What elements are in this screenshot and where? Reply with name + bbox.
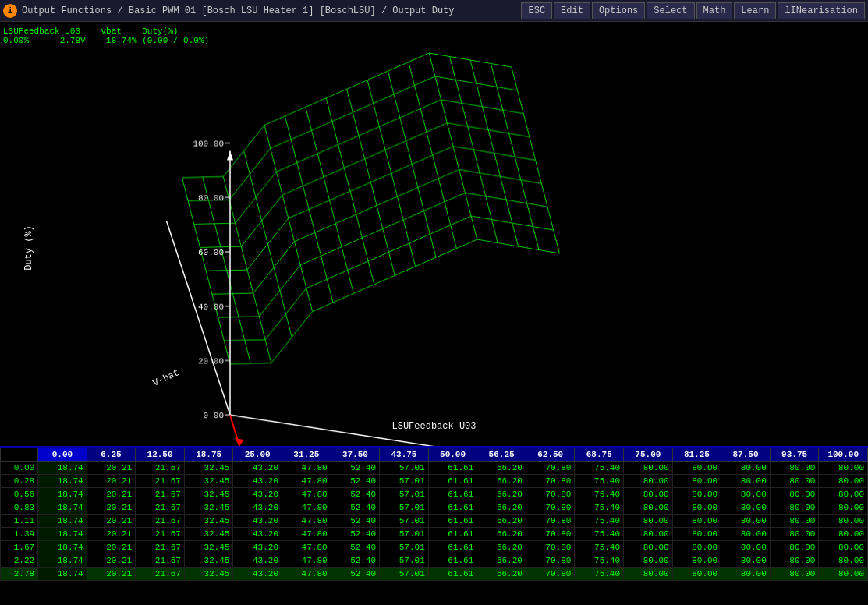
cell-3-9[interactable]: 66.20 [477, 501, 526, 515]
cell-4-3[interactable]: 32.45 [184, 515, 233, 528]
cell-8-7[interactable]: 57.01 [380, 568, 429, 581]
cell-2-0[interactable]: 18.74 [38, 488, 87, 501]
cell-3-5[interactable]: 47.80 [282, 501, 331, 515]
cell-0-1[interactable]: 20.21 [87, 462, 136, 475]
options-button[interactable]: Options [592, 2, 645, 19]
cell-4-11[interactable]: 75.40 [575, 515, 624, 528]
cell-5-3[interactable]: 32.45 [184, 528, 233, 541]
cell-4-5[interactable]: 47.80 [282, 515, 331, 528]
cell-2-15[interactable]: 80.00 [770, 488, 819, 501]
cell-6-9[interactable]: 66.20 [477, 541, 526, 554]
cell-7-13[interactable]: 80.00 [672, 554, 721, 568]
cell-0-16[interactable]: 80.00 [819, 462, 868, 475]
cell-4-4[interactable]: 43.20 [233, 515, 282, 528]
cell-2-16[interactable]: 80.00 [819, 488, 868, 501]
cell-4-9[interactable]: 66.20 [477, 515, 526, 528]
math-button[interactable]: Math [696, 2, 733, 19]
cell-0-12[interactable]: 80.00 [624, 462, 673, 475]
cell-4-7[interactable]: 57.01 [380, 515, 429, 528]
cell-0-13[interactable]: 80.00 [672, 462, 721, 475]
cell-6-14[interactable]: 80.00 [721, 541, 771, 554]
cell-1-12[interactable]: 80.00 [624, 475, 673, 488]
cell-8-15[interactable]: 80.00 [770, 568, 819, 581]
cell-7-7[interactable]: 57.01 [380, 554, 429, 568]
cell-1-5[interactable]: 47.80 [282, 475, 331, 488]
cell-3-10[interactable]: 70.80 [526, 501, 575, 515]
cell-3-6[interactable]: 52.40 [331, 501, 380, 515]
cell-0-0[interactable]: 18.74 [38, 462, 87, 475]
cell-5-12[interactable]: 80.00 [624, 528, 673, 541]
cell-3-16[interactable]: 80.00 [819, 501, 868, 515]
cell-5-9[interactable]: 66.20 [477, 528, 526, 541]
cell-2-5[interactable]: 47.80 [282, 488, 331, 501]
cell-6-11[interactable]: 75.40 [575, 541, 624, 554]
cell-7-16[interactable]: 80.00 [819, 554, 868, 568]
cell-0-15[interactable]: 80.00 [770, 462, 819, 475]
cell-5-0[interactable]: 18.74 [38, 528, 87, 541]
cell-4-14[interactable]: 80.00 [721, 515, 771, 528]
cell-7-4[interactable]: 43.20 [233, 554, 282, 568]
cell-8-10[interactable]: 70.80 [526, 568, 575, 581]
cell-2-6[interactable]: 52.40 [331, 488, 380, 501]
cell-2-13[interactable]: 80.00 [672, 488, 721, 501]
cell-8-11[interactable]: 75.40 [575, 568, 624, 581]
cell-6-10[interactable]: 70.80 [526, 541, 575, 554]
cell-7-1[interactable]: 20.21 [87, 554, 136, 568]
cell-7-14[interactable]: 80.00 [721, 554, 771, 568]
cell-4-10[interactable]: 70.80 [526, 515, 575, 528]
cell-8-8[interactable]: 61.61 [428, 568, 477, 581]
cell-3-0[interactable]: 18.74 [38, 501, 87, 515]
esc-button[interactable]: ESC [521, 2, 552, 19]
cell-1-7[interactable]: 57.01 [380, 475, 429, 488]
cell-0-7[interactable]: 57.01 [380, 462, 429, 475]
cell-5-7[interactable]: 57.01 [380, 528, 429, 541]
cell-1-16[interactable]: 80.00 [819, 475, 868, 488]
cell-3-7[interactable]: 57.01 [380, 501, 429, 515]
cell-7-0[interactable]: 18.74 [38, 554, 87, 568]
cell-1-11[interactable]: 75.40 [575, 475, 624, 488]
cell-6-3[interactable]: 32.45 [184, 541, 233, 554]
cell-1-6[interactable]: 52.40 [331, 475, 380, 488]
cell-3-12[interactable]: 80.00 [624, 501, 673, 515]
cell-8-6[interactable]: 52.40 [331, 568, 380, 581]
cell-4-15[interactable]: 80.00 [770, 515, 819, 528]
cell-6-6[interactable]: 52.40 [331, 541, 380, 554]
cell-5-15[interactable]: 80.00 [770, 528, 819, 541]
cell-4-2[interactable]: 21.67 [136, 515, 185, 528]
cell-8-3[interactable]: 32.45 [184, 568, 233, 581]
cell-2-1[interactable]: 20.21 [87, 488, 136, 501]
cell-7-15[interactable]: 80.00 [770, 554, 819, 568]
cell-2-4[interactable]: 43.20 [233, 488, 282, 501]
cell-4-13[interactable]: 80.00 [672, 515, 721, 528]
cell-3-13[interactable]: 80.00 [672, 501, 721, 515]
cell-2-10[interactable]: 70.80 [526, 488, 575, 501]
cell-1-14[interactable]: 80.00 [721, 475, 771, 488]
cell-0-9[interactable]: 66.20 [477, 462, 526, 475]
cell-6-16[interactable]: 80.00 [819, 541, 868, 554]
cell-3-8[interactable]: 61.61 [428, 501, 477, 515]
cell-7-5[interactable]: 47.80 [282, 554, 331, 568]
cell-8-0[interactable]: 18.74 [38, 568, 87, 581]
cell-0-11[interactable]: 75.40 [575, 462, 624, 475]
cell-7-6[interactable]: 52.40 [331, 554, 380, 568]
cell-7-2[interactable]: 21.67 [136, 554, 185, 568]
cell-6-5[interactable]: 47.80 [282, 541, 331, 554]
learn-button[interactable]: Learn [734, 2, 776, 19]
cell-8-2[interactable]: 21.67 [136, 568, 185, 581]
cell-7-8[interactable]: 61.61 [428, 554, 477, 568]
cell-5-11[interactable]: 75.40 [575, 528, 624, 541]
cell-2-8[interactable]: 61.61 [428, 488, 477, 501]
cell-6-2[interactable]: 21.67 [136, 541, 185, 554]
cell-8-5[interactable]: 47.80 [282, 568, 331, 581]
cell-5-10[interactable]: 70.80 [526, 528, 575, 541]
linearisation-button[interactable]: lINearisation [778, 2, 865, 19]
cell-3-15[interactable]: 80.00 [770, 501, 819, 515]
cell-1-15[interactable]: 80.00 [770, 475, 819, 488]
cell-6-1[interactable]: 20.21 [87, 541, 136, 554]
select-button[interactable]: Select [647, 2, 694, 19]
cell-1-2[interactable]: 21.67 [136, 475, 185, 488]
cell-8-16[interactable]: 80.00 [819, 568, 868, 581]
cell-4-0[interactable]: 18.74 [38, 515, 87, 528]
cell-4-1[interactable]: 20.21 [87, 515, 136, 528]
cell-2-11[interactable]: 75.40 [575, 488, 624, 501]
